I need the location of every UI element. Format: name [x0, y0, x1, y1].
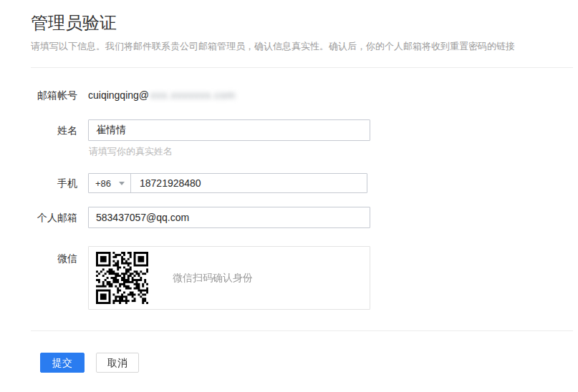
name-row: 姓名	[0, 119, 578, 141]
personal-email-label: 个人邮箱	[0, 212, 77, 223]
wechat-scan-text: 微信扫码确认身份	[173, 272, 253, 285]
personal-email-row: 个人邮箱	[0, 207, 578, 228]
account-email-value: cuiqingqing@ xxx.xxxxxxx.com	[88, 89, 236, 101]
submit-button[interactable]: 提交	[40, 353, 85, 373]
chevron-down-icon	[119, 182, 125, 185]
wechat-qr-box: 微信扫码确认身份	[88, 246, 370, 310]
country-code-select[interactable]: +86	[89, 174, 131, 192]
wechat-row: 微信 微信扫码确认身份	[0, 246, 578, 310]
footer-divider	[31, 330, 573, 331]
phone-row: 手机 +86	[0, 173, 578, 193]
page-subtitle: 请填写以下信息。我们将邮件联系贵公司邮箱管理员，确认信息真实性。确认后，你的个人…	[31, 41, 547, 52]
phone-number-input[interactable]	[131, 174, 367, 192]
phone-input-group: +86	[88, 173, 367, 193]
wechat-label: 微信	[0, 246, 77, 264]
page-title: 管理员验证	[31, 13, 578, 33]
account-email-visible-part: cuiqingqing@	[88, 89, 149, 101]
phone-label: 手机	[0, 177, 77, 189]
name-label: 姓名	[0, 124, 77, 136]
account-row: 邮箱帐号 cuiqingqing@ xxx.xxxxxxx.com	[0, 89, 578, 101]
personal-email-input[interactable]	[88, 207, 370, 228]
account-email-redacted-part: xxx.xxxxxxx.com	[150, 89, 236, 101]
footer-actions: 提交 取消	[40, 353, 578, 373]
name-hint: 请填写你的真实姓名	[89, 146, 578, 157]
admin-verification-form: 邮箱帐号 cuiqingqing@ xxx.xxxxxxx.com 姓名 请填写…	[0, 89, 578, 310]
country-code-value: +86	[95, 178, 111, 189]
cancel-button[interactable]: 取消	[96, 353, 139, 373]
account-label: 邮箱帐号	[0, 89, 77, 101]
name-input[interactable]	[88, 119, 370, 141]
wechat-qr-code	[96, 252, 148, 304]
header-divider	[31, 67, 573, 68]
